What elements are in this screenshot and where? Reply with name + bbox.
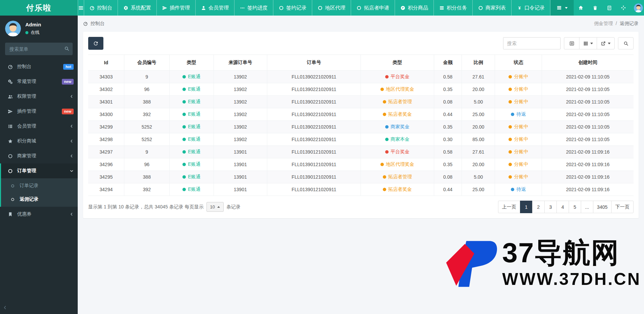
page-button-5[interactable]: 5 <box>569 201 581 213</box>
table-cell: 0.08 <box>434 171 462 183</box>
navbar-item-5[interactable]: 签约进度 <box>234 0 273 16</box>
sidebar-collapse-button[interactable] <box>3 305 7 310</box>
home-icon-button[interactable] <box>574 0 588 16</box>
sidebar-item-1: 控制台hot <box>0 59 78 74</box>
navbar-item-9[interactable]: P积分商品 <box>395 0 434 16</box>
thlist-icon <box>7 124 14 129</box>
status-badge: 待返 <box>511 186 526 193</box>
table-row[interactable]: 34300392E账通13902FLL01390221020911拓店者奖金0.… <box>88 108 634 121</box>
search-button[interactable] <box>618 37 634 49</box>
table-row[interactable]: 342979E账通13901FLL01390121020911平台奖金0.582… <box>88 146 634 158</box>
caret-up-icon <box>217 206 220 208</box>
status-badge: 商家本金 <box>385 136 410 142</box>
column-header[interactable]: 类型 <box>169 55 214 71</box>
column-header[interactable]: 创建时间 <box>542 55 634 71</box>
page-button-3405[interactable]: 3405 <box>593 201 612 213</box>
column-header[interactable]: 会员编号 <box>124 55 170 71</box>
table-row[interactable]: 3430296E账通13902FLL01390221020911地区代理奖金0.… <box>88 83 634 96</box>
navbar-item-2[interactable]: 系统配置 <box>118 0 157 16</box>
sidebar-link[interactable]: 订单管理 <box>1 163 78 178</box>
table-row[interactable]: 3429696E账通13901FLL01390121020911地区代理奖金0.… <box>88 158 634 171</box>
breadcrumb-current: 返佣记录 <box>620 21 639 27</box>
sidebar-link[interactable]: 控制台hot <box>1 59 78 74</box>
detail-view-button[interactable] <box>564 37 579 49</box>
breadcrumb-parent[interactable]: 佣金管理 <box>594 21 613 27</box>
navbar-item-10[interactable]: 积分任务 <box>434 0 473 16</box>
menu-lines-icon <box>556 5 562 10</box>
sidebar-item-4: 插件管理new <box>0 104 78 119</box>
search-icon <box>623 41 628 46</box>
status-badge: E账通 <box>182 111 200 117</box>
table-cell: 34299 <box>88 121 124 133</box>
table-row[interactable]: 34295388E账通13901FLL01390121020911拓店者管理0.… <box>88 171 634 183</box>
column-header[interactable]: 类型 <box>361 55 434 71</box>
refresh-button[interactable] <box>88 37 103 50</box>
column-header[interactable]: 金额 <box>434 55 462 71</box>
page-button-1[interactable]: 1 <box>520 201 532 213</box>
table-cell: 分账中 <box>495 121 542 133</box>
table-row[interactable]: 34301388E账通13902FLL01390221020911拓店者管理0.… <box>88 96 634 108</box>
table-row[interactable]: 342985252E账通13902FLL01390221020911商家本金0.… <box>88 133 634 146</box>
navbar-item-3[interactable]: 插件管理 <box>157 0 196 16</box>
table-row[interactable]: 342995252E账通13902FLL01390221020911商家奖金0.… <box>88 121 634 133</box>
chevron-left-icon <box>70 124 74 128</box>
navbar-item-12[interactable]: ¥口令记录 <box>512 0 550 16</box>
navbar-item-label: 签约记录 <box>286 5 306 11</box>
table-row[interactable]: 343039E账通13902FLL01390221020911平台奖金0.582… <box>88 71 634 83</box>
table-cell: 分账中 <box>495 158 542 171</box>
svg-text:¥: ¥ <box>518 5 521 10</box>
dot-icon <box>182 75 186 78</box>
column-header[interactable]: 来源订单号 <box>214 55 267 71</box>
sidebar-item-label: 积分商城 <box>17 138 36 144</box>
column-header[interactable]: 订单号 <box>267 55 361 71</box>
page-button-3[interactable]: 3 <box>544 201 557 213</box>
brand-logo[interactable]: 付乐啦 <box>0 0 78 16</box>
page-button-2[interactable]: 2 <box>532 201 545 213</box>
sidebar-link[interactable]: 优惠券 <box>1 207 78 222</box>
navbar-item-11[interactable]: 商家列表 <box>473 0 512 16</box>
breadcrumb-left[interactable]: 控制台 <box>83 21 105 27</box>
page-prev-button[interactable]: 上一页 <box>498 201 520 213</box>
plane-icon <box>162 5 167 10</box>
quick-menu-dropdown[interactable] <box>550 0 574 16</box>
table-cell: 13902 <box>214 121 267 133</box>
table-cell: FLL01390221020911 <box>267 121 361 133</box>
column-header[interactable]: Id <box>88 55 124 71</box>
column-header[interactable]: 比例 <box>462 55 495 71</box>
sidebar-link[interactable]: 商家管理 <box>1 149 78 163</box>
sidebar-link[interactable]: 常规管理new <box>1 74 78 89</box>
sidebar-link[interactable]: 积分商城 <box>1 134 78 149</box>
sidebar-sublink[interactable]: 返佣记录 <box>1 193 78 206</box>
admin-menu[interactable]: Admin <box>630 0 644 16</box>
per-page-select[interactable]: 10 <box>206 202 224 212</box>
navbar-item-label: 系统配置 <box>131 5 151 11</box>
sidebar-search-input[interactable] <box>5 43 73 55</box>
menu-badge: new <box>62 79 74 85</box>
page-button-4[interactable]: 4 <box>556 201 569 213</box>
sidebar-subitem-label: 返佣记录 <box>20 196 39 202</box>
column-header[interactable]: 状态 <box>495 55 542 71</box>
page-next-button[interactable]: 下一页 <box>611 201 634 213</box>
table-search-input[interactable] <box>503 37 561 49</box>
sidebar-sublink[interactable]: 订单记录 <box>1 179 78 193</box>
navbar-item-8[interactable]: 拓店者申请 <box>351 0 395 16</box>
navbar-item-1[interactable]: 控制台 <box>84 0 118 16</box>
sidebar-link[interactable]: 插件管理new <box>1 104 78 119</box>
table-row[interactable]: 34294392E账通13901FLL01390121020911拓店者奖金0.… <box>88 183 634 196</box>
gauge-icon <box>7 64 14 69</box>
columns-dropdown-button[interactable] <box>579 37 597 49</box>
sidebar-item-label: 常规管理 <box>17 78 36 85</box>
navbar-right-group: Admin <box>550 0 644 16</box>
dot-icon <box>182 138 186 141</box>
table-cell: 分账中 <box>495 96 542 108</box>
sidebar-link[interactable]: 会员管理 <box>1 119 78 134</box>
sidebar-toggle-button[interactable] <box>78 0 84 16</box>
export-dropdown-button[interactable] <box>597 37 615 49</box>
sidebar-link[interactable]: 权限管理 <box>1 89 78 104</box>
log-icon-button[interactable] <box>602 0 616 16</box>
navbar-item-4[interactable]: 会员管理 <box>196 0 234 16</box>
trash-icon-button[interactable] <box>588 0 602 16</box>
fullscreen-icon-button[interactable] <box>616 0 630 16</box>
navbar-item-7[interactable]: 地区代理 <box>312 0 351 16</box>
navbar-item-6[interactable]: 签约记录 <box>273 0 312 16</box>
